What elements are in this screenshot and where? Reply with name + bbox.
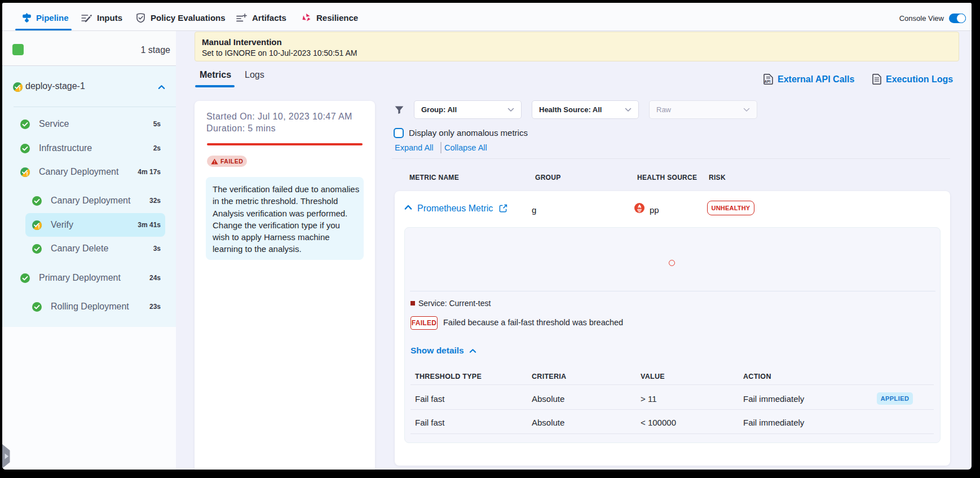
svg-text:API: API [765,79,771,83]
